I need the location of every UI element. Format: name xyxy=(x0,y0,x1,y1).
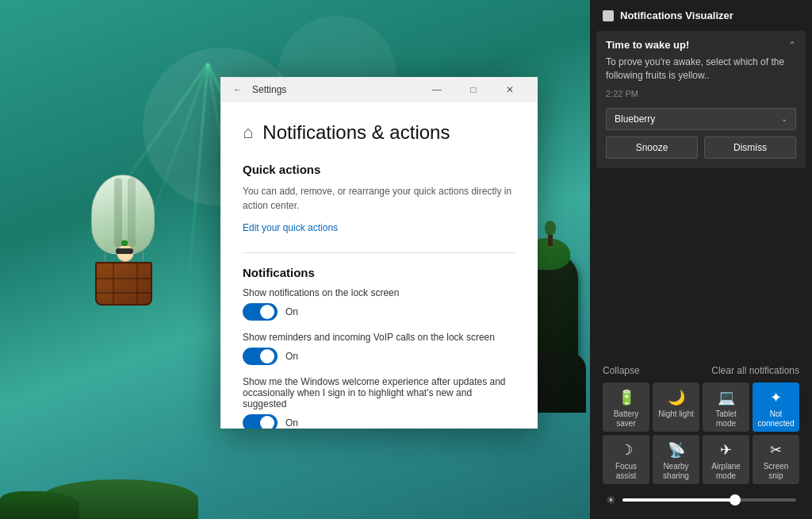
battery-saver-icon: 🔋 xyxy=(618,389,635,406)
notif-dropdown[interactable]: Blueberry ⌄ xyxy=(606,108,796,130)
brightness-bar[interactable] xyxy=(622,498,796,502)
window-titlebar: ← Settings — □ ✕ xyxy=(220,77,538,102)
window-controls: — □ ✕ xyxy=(419,77,528,102)
battery-saver-label: Battery saver xyxy=(606,409,646,429)
window-title: Settings xyxy=(252,84,412,95)
airplane-mode-icon: ✈ xyxy=(720,441,732,459)
close-button[interactable]: ✕ xyxy=(492,77,528,102)
balloon-stripe xyxy=(114,178,122,248)
ground-grass-2 xyxy=(0,491,79,519)
toggle-control-1: On xyxy=(243,303,515,321)
night-light-tile[interactable]: 🌙 Night light xyxy=(653,383,699,432)
ac-tile-grid: 🔋 Battery saver 🌙 Night light 💻 Tablet m… xyxy=(596,379,806,487)
quick-actions-title: Quick actions xyxy=(243,163,515,176)
page-title: Notifications & actions xyxy=(262,121,450,144)
screen-snip-icon: ✂ xyxy=(770,441,782,459)
ac-footer: Collapse Clear all notifications 🔋 Batte… xyxy=(590,356,812,519)
back-button[interactable]: ← xyxy=(230,83,246,97)
toggle-label-3: On xyxy=(285,417,298,429)
toggle-2[interactable] xyxy=(243,348,278,365)
toggle-desc-1: Show notifications on the lock screen xyxy=(243,287,515,298)
toggle-row-3: Show me the Windows welcome experience a… xyxy=(243,376,515,429)
clear-all-link[interactable]: Clear all notifications xyxy=(711,365,799,376)
battery-saver-tile[interactable]: 🔋 Battery saver xyxy=(603,383,649,432)
nearby-sharing-label: Nearby sharing xyxy=(656,462,696,481)
settings-content: ⌂ Notifications & actions Quick actions … xyxy=(220,102,538,429)
toggle-control-3: On xyxy=(243,414,515,429)
not-connected-tile[interactable]: ✦ Not connected xyxy=(753,383,799,432)
ac-spacer xyxy=(590,171,812,356)
focus-assist-tile[interactable]: ☽ Focus assist xyxy=(603,435,649,484)
ac-header: Notifications Visualizer xyxy=(590,0,812,28)
notif-actions: Snooze Dismiss xyxy=(606,136,796,159)
nearby-sharing-icon: 📡 xyxy=(668,441,685,459)
airplane-mode-tile[interactable]: ✈ Airplane mode xyxy=(703,435,749,484)
brightness-fill xyxy=(622,498,735,502)
screen-snip-label: Screen snip xyxy=(756,462,796,481)
notif-time: 2:22 PM xyxy=(596,89,806,105)
brightness-icon: ☀ xyxy=(606,494,616,506)
page-header: ⌂ Notifications & actions xyxy=(243,121,515,144)
balloon-stripe xyxy=(128,178,136,248)
not-connected-icon: ✦ xyxy=(770,389,782,406)
toggle-label-2: On xyxy=(285,351,298,362)
brightness-control: ☀ xyxy=(596,487,806,513)
toggle-1[interactable] xyxy=(243,303,278,321)
edit-quick-actions-link[interactable]: Edit your quick actions xyxy=(243,222,515,233)
airplane-mode-label: Airplane mode xyxy=(706,462,746,481)
collapse-link[interactable]: Collapse xyxy=(603,365,640,376)
quick-actions-section: Quick actions You can add, remove, or re… xyxy=(243,163,515,233)
action-center: Notifications Visualizer Time to wake up… xyxy=(590,0,812,519)
focus-assist-label: Focus assist xyxy=(606,462,646,481)
balloon xyxy=(71,175,198,413)
balloon-basket xyxy=(95,262,152,306)
toggle-label-1: On xyxy=(285,306,298,317)
notif-title: Time to wake up! xyxy=(606,39,689,51)
page-header-icon: ⌂ xyxy=(243,122,253,143)
quick-actions-desc: You can add, remove, or rearrange your q… xyxy=(243,184,515,213)
toggle-control-2: On xyxy=(243,348,515,365)
section-divider xyxy=(243,252,515,253)
not-connected-label: Not connected xyxy=(756,409,796,429)
night-light-icon: 🌙 xyxy=(668,389,685,406)
notif-header: Time to wake up! ⌃ xyxy=(596,31,806,54)
notif-dropdown-value: Blueberry xyxy=(615,113,655,125)
notifications-section: Notifications Show notifications on the … xyxy=(243,266,515,429)
notif-body: To prove you're awake, select which of t… xyxy=(596,54,806,89)
notifications-title: Notifications xyxy=(243,266,515,279)
settings-window: ← Settings — □ ✕ ⌂ Notifications & actio… xyxy=(220,77,538,429)
toggle-desc-2: Show reminders and incoming VoIP calls o… xyxy=(243,332,515,343)
nearby-sharing-tile[interactable]: 📡 Nearby sharing xyxy=(653,435,699,484)
tablet-mode-label: Tablet mode xyxy=(706,409,746,429)
tablet-mode-tile[interactable]: 💻 Tablet mode xyxy=(703,383,749,432)
tablet-mode-icon: 💻 xyxy=(718,389,735,406)
chevron-down-icon: ⌄ xyxy=(781,114,787,123)
maximize-button[interactable]: □ xyxy=(455,77,492,102)
notif-collapse-button[interactable]: ⌃ xyxy=(788,40,796,51)
brightness-thumb[interactable] xyxy=(730,494,741,506)
screen-snip-tile[interactable]: ✂ Screen snip xyxy=(753,435,799,484)
ac-header-icon xyxy=(603,10,614,21)
dismiss-button[interactable]: Dismiss xyxy=(704,136,796,159)
night-light-label: Night light xyxy=(658,409,693,419)
toggle-row-1: Show notifications on the lock screen On xyxy=(243,287,515,321)
balloon-character xyxy=(111,244,140,268)
minimize-button[interactable]: — xyxy=(419,77,455,102)
toggle-row-2: Show reminders and incoming VoIP calls o… xyxy=(243,332,515,365)
notification-card: Time to wake up! ⌃ To prove you're awake… xyxy=(596,31,806,168)
toggle-3[interactable] xyxy=(243,414,278,429)
ac-header-title: Notifications Visualizer xyxy=(620,10,799,21)
focus-assist-icon: ☽ xyxy=(620,441,633,459)
snooze-button[interactable]: Snooze xyxy=(606,136,698,159)
ac-footer-links: Collapse Clear all notifications xyxy=(596,362,806,379)
toggle-desc-3: Show me the Windows welcome experience a… xyxy=(243,376,515,409)
